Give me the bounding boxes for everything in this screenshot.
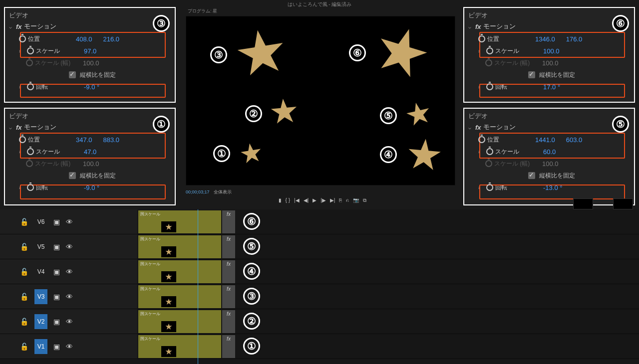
aspect-lock-row[interactable]: 縦横比を固定: [9, 170, 171, 182]
fx-segment[interactable]: fx: [222, 335, 235, 358]
motion-row[interactable]: ⌵fxモーション: [468, 22, 630, 31]
checkbox-icon[interactable]: [528, 172, 535, 179]
aspect-lock-row[interactable]: 縦横比を固定: [468, 69, 630, 81]
clip-area[interactable]: 国スケールfx②: [137, 309, 639, 334]
clip-area[interactable]: 国スケールfx⑥: [137, 209, 639, 234]
clip[interactable]: 国スケール: [138, 310, 221, 333]
motion-row[interactable]: ⌵fxモーション: [9, 22, 171, 31]
toggle-output-icon[interactable]: ▣: [53, 218, 60, 226]
zoom-level[interactable]: 全体表示: [214, 189, 232, 195]
track-label[interactable]: V3: [34, 289, 47, 304]
stopwatch-icon[interactable]: [486, 184, 493, 191]
toggle-output-icon[interactable]: ▣: [53, 318, 60, 326]
eye-icon[interactable]: 👁: [66, 243, 73, 251]
lift-icon[interactable]: ⎘: [339, 197, 342, 203]
scale-w-value: 100.0: [83, 59, 99, 67]
twirl-down-icon[interactable]: ⌵: [468, 24, 473, 29]
motion-row[interactable]: ⌵fxモーション: [468, 123, 630, 132]
twirl-down-icon[interactable]: ⌵: [9, 125, 14, 130]
program-tab[interactable]: プログラム: 星: [186, 7, 459, 15]
export-frame-icon[interactable]: 📷: [353, 197, 359, 203]
mini-thumbnails: [573, 198, 633, 209]
checkbox-icon[interactable]: [69, 172, 76, 179]
eye-icon[interactable]: 👁: [66, 268, 73, 276]
play-icon[interactable]: ▶: [313, 197, 317, 203]
clip[interactable]: 国スケール: [138, 335, 221, 358]
twirl-down-icon[interactable]: ⌵: [9, 24, 14, 29]
fx-segment[interactable]: fx: [222, 285, 235, 308]
lock-icon[interactable]: 🔓: [20, 268, 28, 276]
clip-area[interactable]: 国スケールfx④: [137, 259, 639, 284]
clip-thumbnail: [161, 346, 176, 357]
lock-icon[interactable]: 🔓: [20, 218, 28, 226]
stopwatch-icon[interactable]: [19, 136, 26, 143]
timecode[interactable]: 00;00;03;17: [186, 189, 210, 194]
go-to-out-icon[interactable]: ▶|: [330, 197, 335, 203]
playhead[interactable]: [198, 209, 198, 364]
step-back-icon[interactable]: ◀|: [304, 197, 309, 203]
clip-area[interactable]: 国スケールfx⑤: [137, 234, 639, 259]
effect-controls-panel-1: ビデオ ⌵fxモーション 位置347.0883.0 ›スケール47.0 スケール…: [4, 108, 176, 205]
stopwatch-icon[interactable]: [478, 35, 485, 42]
mark-out-icon[interactable]: { }: [286, 197, 290, 203]
track-header: 🔓V5▣👁: [0, 234, 137, 259]
clip-area[interactable]: 国スケールfx①: [137, 334, 639, 359]
fx-segment[interactable]: fx: [222, 310, 235, 333]
stopwatch-icon[interactable]: [486, 83, 493, 90]
lock-icon[interactable]: 🔓: [20, 318, 28, 326]
track-label[interactable]: V6: [34, 214, 47, 229]
checkbox-icon[interactable]: [69, 71, 76, 78]
fx-segment[interactable]: fx: [222, 210, 235, 233]
star-4[interactable]: [407, 137, 442, 172]
stopwatch-icon[interactable]: [19, 35, 26, 42]
toggle-output-icon[interactable]: ▣: [53, 243, 60, 251]
star-5[interactable]: [406, 101, 431, 126]
star-1[interactable]: [240, 142, 262, 164]
eye-icon[interactable]: 👁: [66, 318, 73, 326]
mark-in-icon[interactable]: ▮: [279, 197, 282, 203]
checkbox-icon[interactable]: [528, 71, 535, 78]
aspect-lock-row[interactable]: 縦横比を固定: [468, 170, 630, 182]
lock-icon[interactable]: 🔓: [20, 243, 28, 251]
highlight-box: [479, 84, 625, 98]
track-label[interactable]: V1: [34, 339, 47, 354]
toggle-output-icon[interactable]: ▣: [53, 268, 60, 276]
eye-icon[interactable]: 👁: [66, 343, 73, 351]
toggle-output-icon[interactable]: ▣: [53, 343, 60, 351]
clip[interactable]: 国スケール: [138, 210, 221, 233]
stopwatch-icon[interactable]: [27, 148, 34, 155]
track-label[interactable]: V2: [34, 314, 47, 329]
star-3[interactable]: [236, 27, 286, 77]
program-canvas[interactable]: ③ ⑥ ② ⑤ ① ④: [186, 16, 455, 185]
stopwatch-icon[interactable]: [486, 47, 493, 54]
scale-w-row: スケール (幅)100.0: [468, 158, 630, 170]
star-6[interactable]: [376, 25, 428, 78]
clip[interactable]: 国スケール: [138, 260, 221, 283]
stopwatch-icon[interactable]: [27, 184, 34, 191]
star-2[interactable]: [270, 97, 298, 125]
lock-icon[interactable]: 🔓: [20, 293, 28, 301]
step-fwd-icon[interactable]: |▶: [320, 197, 326, 203]
fx-segment[interactable]: fx: [222, 260, 235, 283]
stopwatch-icon[interactable]: [478, 136, 485, 143]
aspect-lock-row[interactable]: 縦横比を固定: [9, 69, 171, 81]
clip-label: 国スケール: [140, 211, 160, 217]
comparison-icon[interactable]: ⧉: [363, 197, 366, 203]
lock-icon[interactable]: 🔓: [20, 343, 28, 351]
fx-segment[interactable]: fx: [222, 235, 235, 258]
extract-icon[interactable]: ⎌: [346, 197, 349, 203]
stopwatch-icon[interactable]: [27, 83, 34, 90]
go-to-in-icon[interactable]: |◀: [294, 197, 300, 203]
clip-area[interactable]: 国スケールfx③: [137, 284, 639, 309]
eye-icon[interactable]: 👁: [66, 218, 73, 226]
clip[interactable]: 国スケール: [138, 235, 221, 258]
stopwatch-icon[interactable]: [486, 148, 493, 155]
clip[interactable]: 国スケール: [138, 285, 221, 308]
track-label[interactable]: V5: [34, 239, 47, 254]
stopwatch-icon[interactable]: [27, 47, 34, 54]
toggle-output-icon[interactable]: ▣: [53, 293, 60, 301]
track-label[interactable]: V4: [34, 264, 47, 279]
eye-icon[interactable]: 👁: [66, 293, 73, 301]
twirl-down-icon[interactable]: ⌵: [468, 125, 473, 130]
motion-row[interactable]: ⌵fxモーション: [9, 123, 171, 132]
